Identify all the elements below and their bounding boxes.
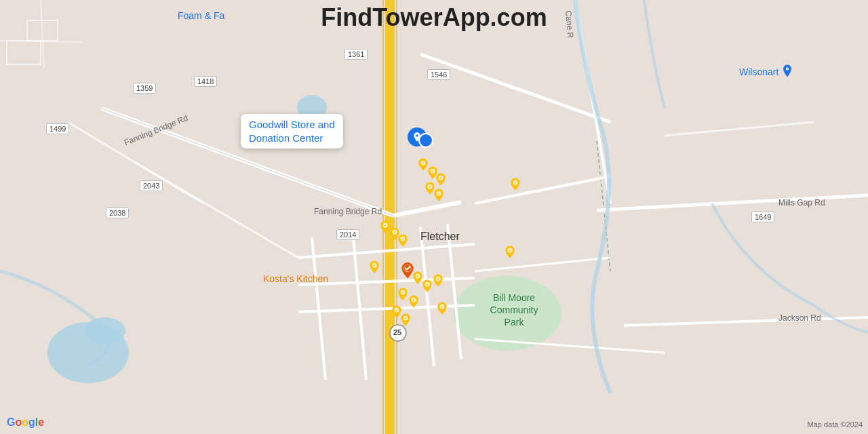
pin-yellow-14[interactable] — [431, 274, 445, 292]
pin-yellow-5[interactable] — [432, 189, 446, 206]
foam-label-text: Foam & Fa — [178, 10, 224, 21]
wilsonart-label: Wilsonart — [739, 66, 778, 77]
pin-orange-selected[interactable] — [399, 262, 416, 284]
pin-yellow-6[interactable] — [509, 178, 522, 195]
bill-moore-label: Bill MooreCommunityPark — [470, 292, 558, 329]
kostas-name: Kosta's Kitchen — [263, 273, 328, 284]
map-container: FindTowerApp.com 1361 1546 1359 1418 149… — [0, 0, 868, 434]
foam-label[interactable]: Foam & Fa — [178, 9, 224, 22]
google-logo: Google — [7, 416, 44, 429]
goodwill-label: Goodwill Store andDonation Center — [249, 118, 335, 144]
map-attribution: Map data ©2024 — [808, 420, 863, 429]
goodwill-pin[interactable] — [418, 133, 433, 148]
bill-moore-name: Bill MooreCommunityPark — [490, 292, 538, 328]
pin-yellow-10[interactable] — [503, 245, 517, 263]
pin-yellow-11[interactable] — [368, 260, 381, 278]
pin-yellow-17[interactable] — [435, 302, 449, 319]
wilsonart-marker[interactable]: Wilsonart — [739, 64, 793, 79]
route-25-label: 25 — [393, 328, 401, 336]
goodwill-info-bubble[interactable]: Goodwill Store andDonation Center — [241, 114, 343, 149]
fletcher-city-name: Fletcher — [420, 231, 460, 242]
pin-yellow-16[interactable] — [407, 295, 420, 313]
svg-rect-0 — [0, 0, 868, 434]
kostas-label[interactable]: Kosta's Kitchen — [263, 273, 328, 285]
pin-yellow-9[interactable] — [396, 234, 410, 252]
svg-rect-6 — [385, 0, 395, 434]
fletcher-label: Fletcher — [420, 231, 460, 243]
